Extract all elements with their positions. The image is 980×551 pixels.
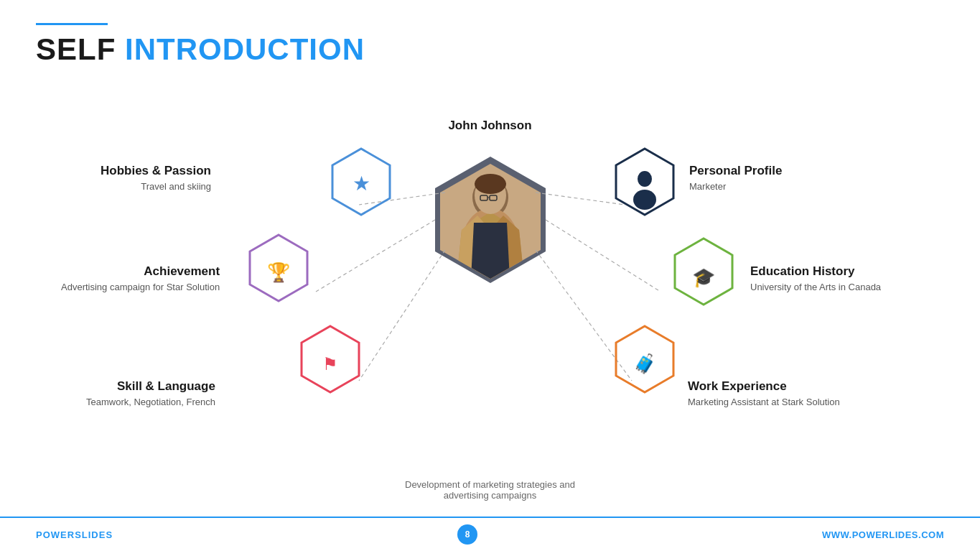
svg-point-9 [475, 174, 506, 194]
hobbies-info: Hobbies & Passion Travel and skiing [101, 164, 211, 192]
svg-marker-4 [457, 212, 524, 279]
footer: POWERSLIDES 8 WWW.POWERLIDES.COM [0, 517, 980, 551]
svg-point-3 [462, 208, 519, 280]
education-hex [675, 239, 732, 305]
svg-marker-6 [490, 216, 524, 279]
header: SELF INTRODUCTION [36, 23, 365, 67]
connector-achievement [316, 220, 435, 292]
achievement-icon: 🏆 [267, 261, 291, 284]
achievement-info: Achievement Advertising campaign for Sta… [61, 264, 220, 292]
caption-line2: advertising campaigns [405, 490, 575, 501]
personal-subtitle: Marketer [689, 181, 782, 192]
caption-line1: Development of marketing strategies and [405, 479, 575, 490]
work-icon: 🧳 [633, 352, 657, 375]
education-info: Education History University of the Arts… [750, 264, 881, 292]
title-black: SELF [36, 32, 116, 66]
personal-hex [616, 149, 673, 215]
svg-rect-10 [480, 195, 487, 200]
svg-marker-5 [457, 216, 490, 279]
personal-icon-body [633, 190, 656, 210]
personal-icon-head [638, 171, 652, 187]
svg-marker-0 [440, 164, 541, 279]
achievement-title: Achievement [61, 264, 220, 279]
education-subtitle: University of the Arts in Canada [750, 282, 881, 292]
footer-brand-black: POWER [36, 529, 75, 540]
work-hex [616, 326, 673, 392]
connector-hobbies [359, 193, 445, 205]
footer-website: WWW.POWERLIDES.COM [822, 529, 944, 540]
hobbies-icon: ★ [353, 172, 370, 195]
connector-education [546, 220, 661, 292]
work-title: Work Experience [688, 379, 840, 394]
svg-rect-11 [490, 195, 497, 200]
title-blue: INTRODUCTION [116, 32, 365, 66]
achievement-subtitle: Advertising campaign for Star Solution [61, 282, 220, 292]
skill-info: Skill & Language Teamwork, Negotiation, … [86, 379, 215, 407]
footer-brand-blue: SLIDES [75, 529, 113, 540]
header-accent-line [36, 23, 108, 25]
connector-personal [536, 193, 625, 205]
hobbies-hex [332, 149, 390, 215]
center-hex-outer [435, 157, 546, 283]
footer-brand: POWERSLIDES [36, 529, 113, 540]
page-title: SELF INTRODUCTION [36, 32, 365, 67]
svg-point-8 [475, 177, 506, 214]
bottom-caption: Development of marketing strategies and … [405, 479, 575, 501]
achievement-hex [250, 235, 307, 301]
svg-rect-1 [440, 164, 541, 279]
personal-title: Personal Profile [689, 164, 782, 178]
education-icon: 🎓 [692, 266, 716, 289]
personal-info: Personal Profile Marketer [689, 164, 782, 192]
skill-title: Skill & Language [86, 379, 215, 394]
education-title: Education History [750, 264, 881, 279]
skill-icon: ⚑ [322, 354, 338, 374]
hobbies-subtitle: Travel and skiing [101, 181, 211, 192]
connector-skill [359, 250, 445, 381]
svg-marker-7 [471, 223, 510, 279]
work-info: Work Experience Marketing Assistant at S… [688, 379, 840, 407]
svg-point-2 [472, 177, 508, 218]
connector-work [536, 250, 632, 381]
skill-hex [302, 326, 359, 392]
person-name: John Johnson [448, 119, 531, 133]
skill-subtitle: Teamwork, Negotiation, French [86, 397, 215, 407]
hobbies-title: Hobbies & Passion [101, 164, 211, 178]
footer-page-number: 8 [457, 524, 477, 545]
work-subtitle: Marketing Assistant at Stark Solution [688, 397, 840, 407]
